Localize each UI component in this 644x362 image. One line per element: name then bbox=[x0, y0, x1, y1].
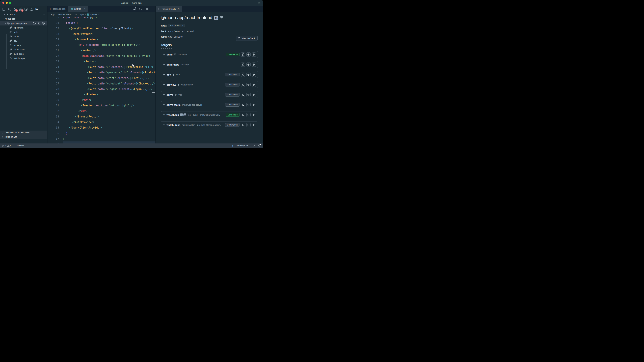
copy-target-button[interactable] bbox=[241, 52, 245, 57]
breadcrumb-item-app[interactable]: app bbox=[80, 13, 84, 15]
copy-target-button[interactable] bbox=[241, 83, 245, 87]
open-settings-icon[interactable] bbox=[133, 7, 136, 10]
chevron-down-icon[interactable] bbox=[163, 114, 165, 116]
breadcrumb-label: ... bbox=[100, 13, 102, 15]
split-editor-icon[interactable] bbox=[145, 7, 148, 10]
view-target-in-graph-button[interactable] bbox=[246, 52, 250, 57]
status-bar: 0 0 -- NORMAL -- { } TypeScript JSX bbox=[0, 143, 263, 148]
code-editor[interactable]: 15export function App() {16 return (17 <… bbox=[48, 17, 156, 143]
copy-target-button[interactable] bbox=[241, 123, 245, 127]
activity-item-remote-explorer[interactable] bbox=[24, 7, 28, 11]
notifications-bell-icon[interactable] bbox=[258, 144, 260, 147]
target-card-dev[interactable]: devviteContinuous bbox=[161, 71, 258, 78]
run-target-button[interactable] bbox=[252, 93, 256, 97]
projects-section-header[interactable]: PROJECTS bbox=[0, 17, 47, 21]
indent-guides bbox=[63, 125, 69, 131]
tab-package.json[interactable]: {}package.json bbox=[48, 6, 68, 12]
open-folder-icon[interactable] bbox=[33, 22, 36, 25]
language-mode-selector[interactable]: { } TypeScript JSX bbox=[232, 144, 250, 147]
copy-target-button[interactable] bbox=[241, 103, 245, 107]
chevron-down-icon[interactable] bbox=[163, 53, 165, 56]
run-target-button[interactable] bbox=[252, 62, 256, 67]
activity-item-explorer[interactable] bbox=[2, 7, 6, 11]
typescript-badge: TS bbox=[180, 113, 183, 116]
activity-item-nx-console[interactable]: N≳ bbox=[35, 7, 39, 11]
indent-guides bbox=[63, 97, 81, 103]
run-target-button[interactable] bbox=[252, 72, 256, 77]
target-card-serve-static[interactable]: serve-static@nx/web:file-serverContinuou… bbox=[161, 101, 258, 108]
run-target-button[interactable] bbox=[252, 103, 256, 107]
copy-target-button[interactable] bbox=[241, 72, 245, 77]
target-icon[interactable] bbox=[42, 22, 45, 25]
copy-target-button[interactable] bbox=[241, 93, 245, 97]
chevron-down-icon[interactable] bbox=[163, 104, 165, 106]
chevron-down-icon[interactable] bbox=[163, 73, 165, 76]
activity-bar: 321N≳ bbox=[0, 6, 47, 12]
indent-guides bbox=[63, 42, 78, 48]
breadcrumb-item-src[interactable]: src bbox=[74, 13, 77, 15]
breadcrumb-item-react-frontend[interactable]: react-frontend bbox=[58, 13, 72, 15]
run-target-button[interactable] bbox=[252, 113, 256, 117]
panel-more-actions-icon[interactable] bbox=[258, 9, 260, 9]
goto-file-icon[interactable] bbox=[38, 22, 40, 25]
close-panel-icon[interactable]: ✕ bbox=[178, 7, 180, 10]
chevron-down-icon[interactable] bbox=[163, 63, 165, 66]
breadcrumb-item-app.tsx[interactable]: app.tsx bbox=[87, 13, 97, 16]
view-target-in-graph-button[interactable] bbox=[246, 113, 250, 117]
tree-item-project[interactable]: @mono-app/rea... bbox=[0, 21, 47, 25]
sidebar-section-0[interactable]: COMMON NX COMMANDS bbox=[0, 131, 47, 135]
run-target-button[interactable] bbox=[252, 83, 256, 87]
tree-item-target-watch-deps[interactable]: watch-deps bbox=[0, 56, 47, 60]
code-line-20: 20 <div className="min-h-screen bg-gray-… bbox=[48, 42, 156, 48]
tab-project-details[interactable]: Project Details ✕ bbox=[156, 6, 182, 12]
copy-target-button[interactable] bbox=[241, 62, 245, 67]
target-card-preview[interactable]: previewvite previewContinuous bbox=[161, 81, 258, 88]
sidebar-section-1[interactable]: NX MIGRATE bbox=[0, 135, 47, 139]
chevron-down-icon[interactable] bbox=[163, 93, 165, 96]
tab-app.tsx[interactable]: app.tsx✕ bbox=[68, 6, 88, 12]
editor-more-actions-icon[interactable] bbox=[151, 8, 153, 9]
target-badge: Continuous bbox=[225, 123, 240, 127]
error-count: 0 bbox=[5, 144, 6, 147]
tree-item-target-build[interactable]: build bbox=[0, 30, 47, 34]
target-card-watch-deps[interactable]: watch-depsnpx nx watch --projects @mono-… bbox=[161, 121, 258, 128]
sidebar-more-actions-icon[interactable] bbox=[43, 14, 45, 15]
refresh-icon[interactable] bbox=[139, 7, 142, 10]
view-target-in-graph-button[interactable] bbox=[246, 103, 250, 107]
view-in-graph-button[interactable]: View In Graph bbox=[236, 36, 258, 41]
line-number: 26 bbox=[48, 75, 59, 81]
target-card-build[interactable]: buildvite buildCacheable bbox=[161, 51, 258, 58]
view-target-in-graph-button[interactable] bbox=[246, 93, 250, 97]
activity-item-search[interactable] bbox=[8, 7, 11, 11]
copilot-icon[interactable] bbox=[252, 144, 255, 147]
activity-item-extensions[interactable]: 1 bbox=[18, 7, 22, 11]
tree-item-target-dev[interactable]: dev bbox=[0, 38, 47, 43]
tree-item-target-serve[interactable]: serve bbox=[0, 34, 47, 38]
line-number: 27 bbox=[48, 81, 59, 86]
view-target-in-graph-button[interactable] bbox=[246, 83, 250, 87]
tree-item-target-typecheck[interactable]: typecheck bbox=[0, 25, 47, 30]
target-card-build-deps[interactable]: build-depsnx:noop bbox=[161, 61, 258, 68]
copy-target-button[interactable] bbox=[241, 113, 245, 117]
targets-heading: Targets bbox=[161, 43, 172, 49]
problems-indicator[interactable]: 0 0 bbox=[2, 144, 12, 147]
run-target-button[interactable] bbox=[252, 123, 256, 127]
run-target-button[interactable] bbox=[252, 52, 256, 57]
chevron-down-icon[interactable] bbox=[163, 124, 165, 126]
tree-item-target-preview[interactable]: preview bbox=[0, 43, 47, 47]
target-card-typecheck[interactable]: typecheckTSTStsc --build --emitDeclarati… bbox=[161, 111, 258, 118]
activity-item-source-control[interactable]: 32 bbox=[13, 7, 17, 11]
view-target-in-graph-button[interactable] bbox=[246, 62, 250, 67]
tree-item-target-serve-static[interactable]: serve-static bbox=[0, 47, 47, 52]
breadcrumb-item-...[interactable]: ... bbox=[100, 13, 102, 15]
line-content: return ( bbox=[63, 20, 156, 26]
target-card-serve[interactable]: serveviteContinuous bbox=[161, 91, 258, 98]
close-tab-icon[interactable]: ✕ bbox=[84, 7, 86, 10]
tree-item-target-build-deps[interactable]: build-deps bbox=[0, 52, 47, 56]
settings-gear-icon[interactable] bbox=[258, 1, 260, 4]
chevron-down-icon[interactable] bbox=[163, 83, 165, 86]
activity-item-testing[interactable] bbox=[30, 7, 33, 11]
view-target-in-graph-button[interactable] bbox=[246, 123, 250, 127]
breadcrumb-item-apps[interactable]: apps bbox=[51, 13, 55, 15]
view-target-in-graph-button[interactable] bbox=[246, 72, 250, 77]
